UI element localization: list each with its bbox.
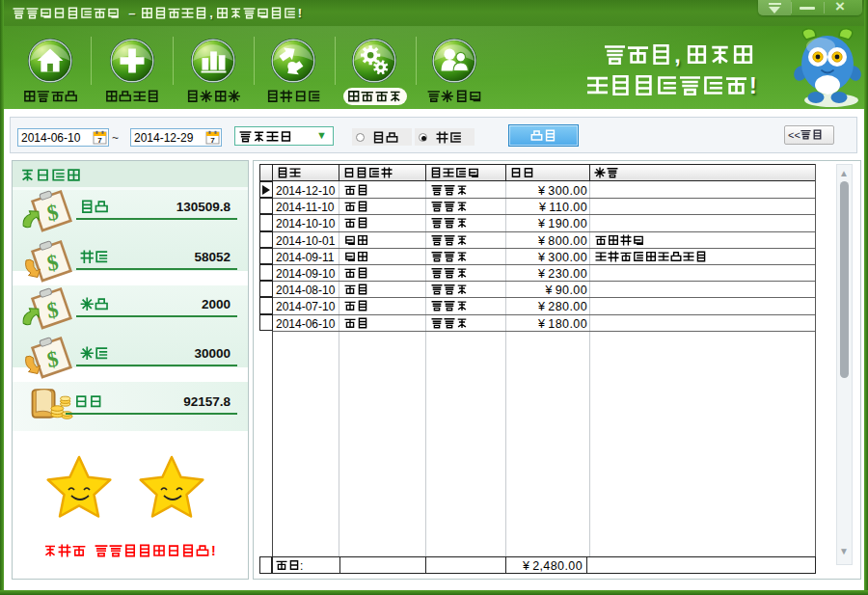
svg-text:7: 7 [97, 136, 102, 145]
svg-text:7: 7 [210, 136, 215, 145]
